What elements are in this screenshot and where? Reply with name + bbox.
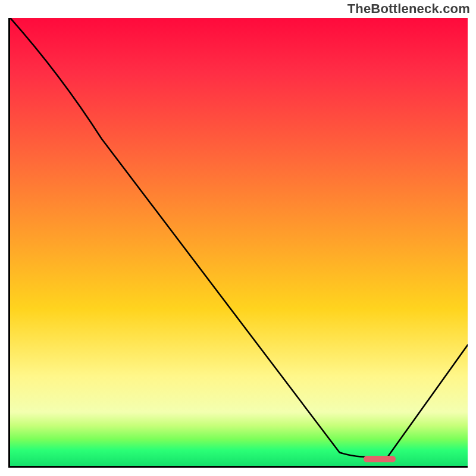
watermark-text: TheBottleneck.com [347,1,470,17]
optimal-range-marker [364,456,396,462]
chart-canvas: TheBottleneck.com [0,0,476,476]
bottleneck-curve [10,18,468,466]
plot-area [8,18,468,468]
curve-path [10,18,468,457]
